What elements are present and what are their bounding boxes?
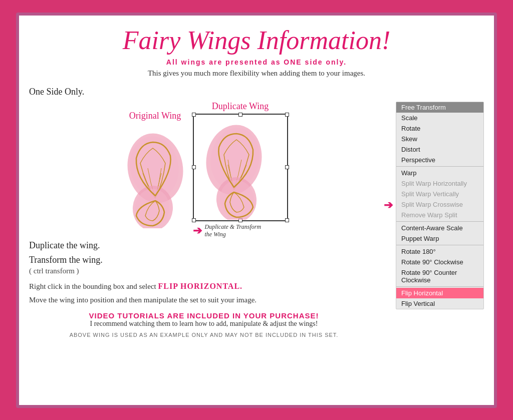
step2-label: Duplicate the wing. xyxy=(29,240,379,251)
menu-item[interactable]: Content-Aware Scale xyxy=(396,223,483,233)
menu-item[interactable]: Flip Vertical xyxy=(396,298,483,309)
duplicate-wing-label: Duplicate Wing xyxy=(193,101,288,112)
content-area: Fairy Wings Information! All wings are p… xyxy=(29,26,484,395)
flip-highlight: FLIP HORIZONTAL. xyxy=(158,282,242,290)
move-instruction: Move the wing into position and then man… xyxy=(29,296,379,304)
original-wing-group: Original Wing xyxy=(120,111,190,228)
subtitle-text: All wings are presented as xyxy=(166,58,281,66)
arrow-icon: ➔ xyxy=(384,199,393,212)
wings-visual: Original Wing xyxy=(29,101,379,238)
menu-item[interactable]: Scale xyxy=(396,113,483,123)
step3-label: Transform the wing. ( ctrl transform ) xyxy=(29,255,379,276)
menu-item[interactable]: Rotate 90° Counter Clockwise xyxy=(396,267,483,285)
menu-item[interactable]: Distort xyxy=(396,144,483,155)
video-section: VIDEO TUTORIALS ARE INCLUDED IN YOUR PUR… xyxy=(29,311,379,328)
menu-item[interactable]: Split Warp Vertically xyxy=(396,189,483,199)
description-text: This gives you much more flexibility whe… xyxy=(29,69,484,78)
menu-item[interactable]: Warp xyxy=(396,168,483,178)
menu-item[interactable]: Split Warp Crosswise xyxy=(396,199,483,210)
original-wing-label: Original Wing xyxy=(129,111,181,121)
subtitle: All wings are presented as ONE side only… xyxy=(29,58,484,66)
menu-divider xyxy=(396,221,483,222)
subtitle-emphasis: ONE xyxy=(284,58,302,66)
menu-item[interactable]: Rotate xyxy=(396,123,483,134)
video-subtitle: I recommend watching them to learn how t… xyxy=(29,320,379,328)
right-panel: ➔ Free TransformScaleRotateSkewDistortPe… xyxy=(384,87,484,338)
main-card: Fairy Wings Information! All wings are p… xyxy=(16,13,497,408)
original-wing-svg xyxy=(120,123,190,228)
menu-item[interactable]: Skew xyxy=(396,134,483,144)
dup-arrow-label: ➔ Duplicate & Transformthe Wing xyxy=(193,223,288,238)
menu-item[interactable]: Puppet Warp xyxy=(396,233,483,244)
bounding-box xyxy=(193,114,288,221)
menu-arrow: ➔ Free TransformScaleRotateSkewDistortPe… xyxy=(384,102,484,309)
dup-label-text: Duplicate & Transformthe Wing xyxy=(205,223,262,238)
left-panel: One Side Only. Original Wing xyxy=(29,87,379,338)
duplicate-wing-svg xyxy=(199,115,269,220)
menu-divider xyxy=(396,245,483,245)
corner-bl xyxy=(192,218,196,222)
menu-arrow-row: ➔ Free TransformScaleRotateSkewDistortPe… xyxy=(384,102,484,309)
main-area: One Side Only. Original Wing xyxy=(29,87,484,338)
video-title: VIDEO TUTORIALS ARE INCLUDED IN YOUR PUR… xyxy=(29,311,379,320)
menu-item[interactable]: Remove Warp Split xyxy=(396,210,483,220)
step1-label: One Side Only. xyxy=(29,87,379,97)
menu-item[interactable]: Flip Horizontal xyxy=(396,288,483,298)
corner-mr xyxy=(285,165,289,169)
menu-divider xyxy=(396,166,483,167)
menu-item[interactable]: Free Transform xyxy=(396,102,483,113)
footer-note: ABOVE WING IS USED AS AN EXAMPLE ONLY AN… xyxy=(29,332,379,338)
menu-item[interactable]: Perspective xyxy=(396,155,483,165)
corner-ml xyxy=(192,165,196,169)
flip-instruction: Right click in the bounding box and sele… xyxy=(29,282,379,291)
page-title: Fairy Wings Information! xyxy=(29,26,484,55)
corner-tl xyxy=(192,113,196,117)
flip-text1: Right click in the bounding box and sele… xyxy=(29,282,156,290)
subtitle-text2: side only. xyxy=(305,58,347,66)
menu-item[interactable]: Rotate 90° Clockwise xyxy=(396,257,483,267)
context-menu: Free TransformScaleRotateSkewDistortPers… xyxy=(396,102,484,309)
dup-arrow-icon: ➔ xyxy=(193,224,202,237)
corner-br xyxy=(285,218,289,222)
menu-divider xyxy=(396,286,483,287)
bounding-box-wrapper: Duplicate Wing xyxy=(193,101,288,238)
menu-item[interactable]: Split Warp Horizontally xyxy=(396,178,483,189)
corner-tr xyxy=(285,113,289,117)
menu-item[interactable]: Rotate 180° xyxy=(396,246,483,257)
